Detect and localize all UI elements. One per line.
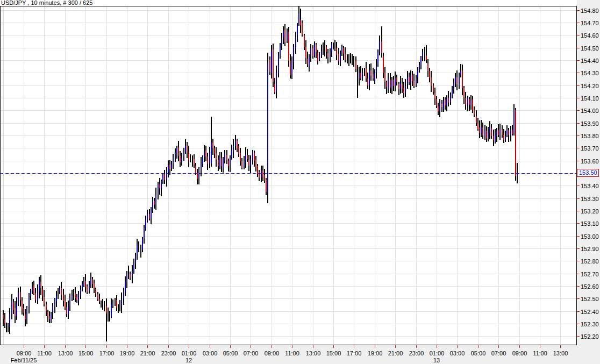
time-axis-label: 01:00: [182, 350, 197, 356]
time-axis-label: 17:00: [347, 350, 362, 356]
time-axis-label: 05:00: [471, 350, 486, 356]
time-axis-label: 13:00: [58, 350, 73, 356]
time-axis-label: 15:00: [326, 350, 341, 356]
price-chart[interactable]: 09:0011:0013:0015:0017:0019:0021:0023:00…: [0, 0, 600, 364]
time-axis-label: 17:00: [99, 350, 115, 356]
price-axis-label: 153.30: [581, 196, 599, 202]
date-axis-label: 13: [433, 357, 440, 363]
price-axis-label: 153.10: [581, 220, 599, 227]
price-axis-label: 153.40: [581, 183, 599, 189]
price-axis-label: 153.80: [581, 133, 599, 139]
price-axis-label: 153.00: [581, 233, 599, 240]
time-axis-label: 11:00: [533, 350, 547, 356]
time-axis-label: 03:00: [203, 350, 218, 356]
price-axis-label: 152.30: [581, 321, 599, 327]
time-axis-label: 11:00: [285, 350, 299, 356]
time-axis-label: 03:00: [450, 350, 465, 356]
price-axis-label: 153.20: [581, 208, 599, 215]
time-axis-label: 01:00: [430, 350, 445, 356]
time-axis-label: 15:00: [78, 350, 94, 356]
time-axis-label: 09:00: [17, 350, 32, 356]
price-axis-label: 154.70: [581, 20, 599, 26]
time-axis-label: 07:00: [491, 350, 506, 356]
last-price-badge: 153.50: [577, 169, 599, 177]
chart-window: USD/JPY , 10 minutes, # 300 / 625 09:001…: [0, 0, 600, 364]
time-axis-label: 07:00: [244, 350, 259, 356]
price-axis-label: 152.80: [581, 258, 599, 265]
price-axis-label: 152.70: [581, 271, 599, 277]
time-axis-label: 19:00: [120, 350, 135, 356]
price-axis-label: 153.70: [581, 145, 599, 152]
time-axis-label: 19:00: [368, 350, 383, 356]
price-axis-label: 152.50: [581, 296, 599, 302]
time-axis-label: 13:00: [306, 350, 321, 356]
time-axis-label: 23:00: [409, 350, 424, 356]
time-axis-label: 21:00: [388, 350, 403, 356]
price-axis-label: 154.30: [581, 70, 599, 76]
time-axis-label: 09:00: [265, 350, 280, 356]
price-axis-label: 153.60: [581, 158, 599, 165]
chart-background: [0, 0, 600, 364]
price-axis-label: 154.10: [581, 95, 599, 102]
price-axis-label: 154.80: [581, 8, 599, 14]
time-axis-label: 21:00: [140, 350, 155, 356]
time-axis-label: 11:00: [37, 350, 52, 356]
time-axis-label: 13:00: [553, 350, 568, 356]
time-axis-label: 05:00: [223, 350, 238, 356]
price-axis-label: 153.90: [581, 120, 599, 127]
price-axis-label: 154.60: [581, 32, 599, 39]
chart-title: USD/JPY , 10 minutes, # 300 / 625: [1, 0, 92, 5]
price-axis-label: 154.20: [581, 83, 599, 89]
price-axis-label: 152.90: [581, 246, 599, 252]
price-axis-label: 152.60: [581, 283, 599, 290]
price-axis-label: 154.00: [581, 108, 599, 114]
time-axis-label: 23:00: [161, 350, 176, 356]
date-axis-label: Feb/11/25: [11, 357, 37, 363]
date-axis-label: 12: [185, 357, 192, 363]
time-axis-label: 09:00: [512, 350, 527, 356]
price-axis-label: 154.40: [581, 58, 599, 64]
price-axis-label: 152.20: [581, 333, 599, 340]
price-axis-label: 154.50: [581, 45, 599, 52]
price-axis-label: 152.40: [581, 309, 599, 315]
